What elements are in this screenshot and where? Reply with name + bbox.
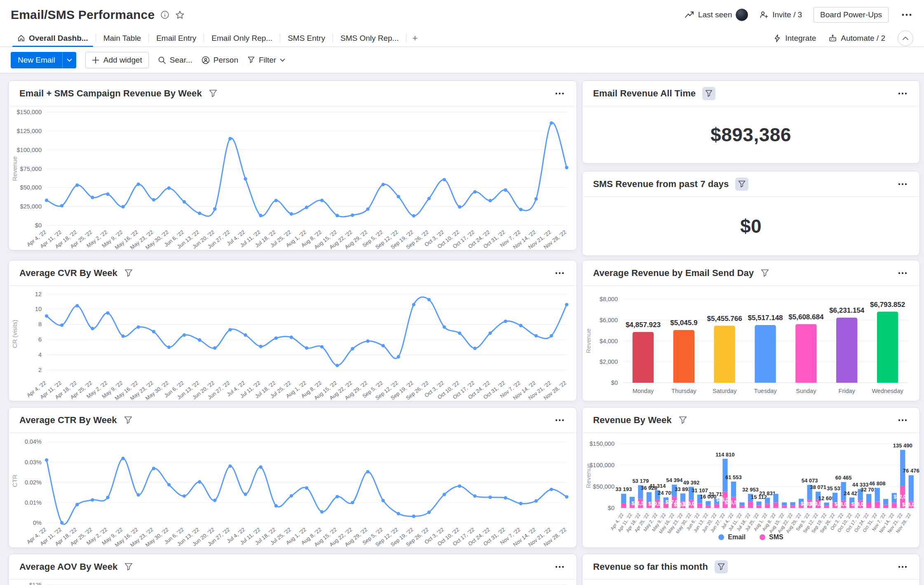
widget-menu-button[interactable]	[553, 91, 566, 96]
widget-avg-cvr: Average CVR By Week 24681012CR (visits)A…	[8, 260, 577, 401]
tab-bar: Overall Dashb...Main TableEmail EntryEma…	[0, 30, 924, 47]
info-icon[interactable]	[160, 10, 169, 19]
tab-separator	[333, 34, 333, 42]
avg-aov-chart[interactable]: $125	[9, 580, 577, 585]
widget-menu-button[interactable]	[896, 564, 909, 570]
board-powerups-button[interactable]: Board Power-Ups	[814, 7, 889, 23]
add-view-tab[interactable]: +	[407, 30, 422, 47]
toolbar: New Email Add widget Sear... Person	[0, 47, 924, 73]
widget-filter-icon[interactable]	[760, 269, 769, 278]
widget-filter-icon[interactable]	[209, 89, 218, 98]
widget-title: SMS Revenue from past 7 days	[593, 179, 729, 190]
legend-label: SMS	[769, 534, 783, 541]
widget-menu-button[interactable]	[553, 564, 566, 570]
tab-separator	[406, 34, 406, 42]
avg-ctr-chart[interactable]: 0%0.01%0.02%0.03%0.04%CTRApr 4, '22Apr 1…	[9, 433, 577, 548]
tab-overall-dashb[interactable]: Overall Dashb...	[11, 30, 95, 47]
svg-text:$75,000: $75,000	[20, 166, 42, 172]
svg-text:Thursday: Thursday	[671, 388, 697, 394]
svg-text:31 107: 31 107	[692, 487, 708, 494]
avatar[interactable]	[736, 9, 748, 21]
invite-button[interactable]: Invite / 3	[760, 10, 802, 19]
widget-header: Email Revenue All Time	[582, 81, 919, 106]
send-day-bar-chart[interactable]: $0$2,000$4,000$6,000$8,000Revenue$4,857.…	[582, 286, 919, 401]
activity-log-button[interactable]: Last seen	[685, 9, 748, 21]
svg-text:$4,857.923: $4,857.923	[626, 321, 661, 329]
widget-menu-button[interactable]	[553, 270, 566, 276]
widget-menu-button[interactable]	[896, 181, 909, 187]
svg-text:49 392: 49 392	[683, 480, 699, 486]
widget-menu-button[interactable]	[896, 417, 909, 423]
svg-text:$150,000: $150,000	[590, 440, 614, 447]
automate-button[interactable]: Automate / 2	[828, 34, 885, 43]
legend-item-email[interactable]: Email	[718, 534, 746, 541]
svg-text:Revenue: Revenue	[585, 328, 592, 353]
campaign-revenue-chart[interactable]: $0$25,000$50,000$75,000$100,000$125,000$…	[9, 106, 577, 250]
svg-text:Friday: Friday	[839, 388, 856, 394]
tab-separator	[96, 34, 96, 42]
board-menu-button[interactable]	[900, 12, 913, 18]
widget-menu-button[interactable]	[896, 270, 909, 276]
svg-text:24 705: 24 705	[658, 490, 674, 496]
integrate-label: Integrate	[785, 34, 816, 43]
tab-email-entry[interactable]: Email Entry	[150, 30, 203, 47]
automate-label: Automate / 2	[841, 34, 885, 43]
widget-header: Average Revenue by Email Send Day	[582, 260, 919, 286]
svg-text:$6,231.154: $6,231.154	[829, 307, 865, 314]
integrate-button[interactable]: Integrate	[773, 34, 816, 43]
widget-title: Average Revenue by Email Send Day	[593, 268, 754, 278]
widget-sms-revenue-7days: SMS Revenue from past 7 days $0	[582, 171, 920, 256]
tab-sms-only-rep[interactable]: SMS Only Rep...	[334, 30, 406, 47]
svg-text:23 831: 23 831	[759, 490, 776, 496]
add-widget-button[interactable]: Add widget	[85, 52, 149, 68]
widget-filter-icon[interactable]	[124, 416, 133, 425]
svg-text:$5,045.9: $5,045.9	[670, 319, 697, 327]
integrate-icon	[773, 34, 781, 42]
svg-text:8: 8	[38, 321, 42, 328]
widget-title: Email + SMS Campaign Revenue By Week	[19, 88, 202, 99]
legend-dot	[760, 534, 765, 540]
new-email-button[interactable]: New Email	[11, 52, 76, 68]
filter-button[interactable]: Filter	[247, 56, 285, 65]
tab-email-only-rep[interactable]: Email Only Rep...	[205, 30, 279, 47]
page-title: Email/SMS Performance	[11, 8, 155, 22]
svg-text:54 394: 54 394	[666, 477, 683, 483]
widget-menu-button[interactable]	[553, 417, 566, 423]
person-filter-button[interactable]: Person	[202, 56, 238, 65]
dashboard-page: Email/SMS Performance Last seen	[0, 0, 924, 585]
svg-text:Sunday: Sunday	[796, 388, 816, 394]
svg-text:$6,793.852: $6,793.852	[870, 301, 905, 309]
svg-text:41 314: 41 314	[649, 483, 666, 489]
svg-text:$150,000: $150,000	[17, 109, 42, 115]
tab-main-table[interactable]: Main Table	[97, 30, 148, 47]
widget-menu-button[interactable]	[896, 91, 909, 96]
favorite-star-icon[interactable]	[175, 10, 185, 20]
tab-separator	[148, 34, 149, 42]
search-button[interactable]: Sear...	[158, 56, 192, 65]
svg-text:2: 2	[38, 367, 42, 373]
chart-legend: EmailSMS	[582, 534, 919, 548]
collapse-header-button[interactable]	[898, 30, 913, 46]
legend-item-sms[interactable]: SMS	[760, 534, 783, 541]
widget-body: $0	[582, 197, 919, 255]
widget-title: Revenue so far this month	[593, 562, 708, 572]
svg-text:$16,000: $16,000	[902, 502, 919, 508]
search-label: Sear...	[170, 56, 192, 65]
widget-filter-icon[interactable]	[124, 269, 133, 278]
svg-text:$100,000: $100,000	[17, 147, 42, 153]
chevron-down-icon	[67, 58, 72, 62]
widget-filter-icon[interactable]	[735, 178, 748, 191]
revenue-by-week-chart[interactable]: $0$50,000$100,000$150,000Revenue33 193Ap…	[582, 433, 919, 534]
new-email-dropdown[interactable]	[62, 52, 76, 68]
widget-filter-icon[interactable]	[715, 560, 728, 573]
svg-text:$5,455.766: $5,455.766	[707, 315, 742, 323]
widget-filter-icon[interactable]	[678, 416, 687, 425]
widget-filter-icon[interactable]	[124, 562, 133, 571]
avg-cvr-chart[interactable]: 24681012CR (visits)Apr 4, '22Apr 11, '22…	[9, 286, 577, 401]
tab-sms-entry[interactable]: SMS Entry	[281, 30, 332, 47]
widget-campaign-revenue: Email + SMS Campaign Revenue By Week $0$…	[8, 80, 577, 250]
svg-text:12: 12	[35, 291, 42, 297]
person-label: Person	[213, 56, 238, 65]
svg-text:$5,517.148: $5,517.148	[748, 314, 783, 322]
widget-filter-icon[interactable]	[702, 87, 715, 100]
